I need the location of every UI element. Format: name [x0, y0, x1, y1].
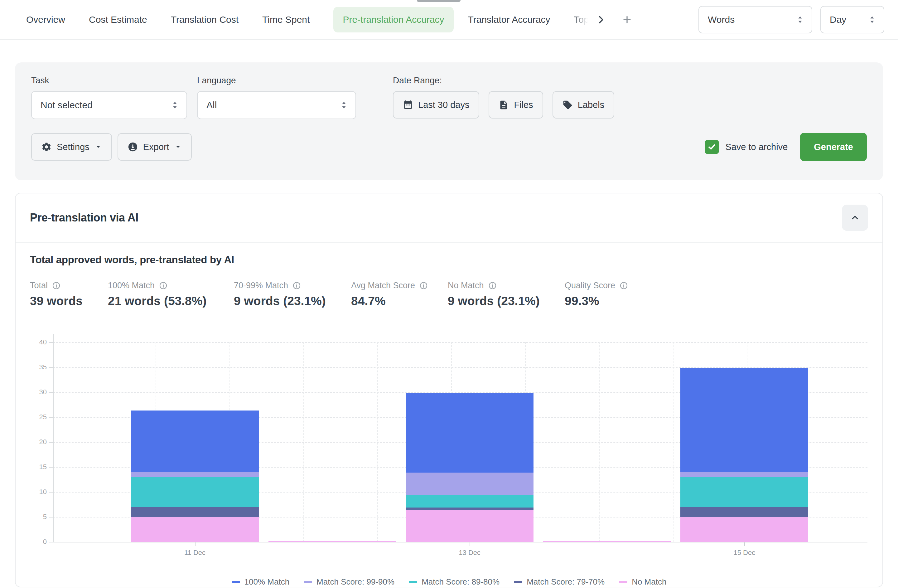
bar-segment-100-match[interactable] — [406, 393, 534, 473]
unfold-caret-icon — [796, 15, 804, 24]
x-axis-tick — [470, 542, 470, 546]
bar-segment-no-match[interactable] — [269, 541, 396, 542]
stats-row: Total 39 words 100% Match 21 words (53.8… — [30, 281, 868, 308]
y-axis-label: 15 — [30, 463, 47, 471]
filter-panel: Task Not selected Language All — [15, 62, 883, 180]
card-header: Pre-translation via AI — [15, 193, 883, 242]
info-icon[interactable] — [488, 282, 497, 290]
language-select[interactable]: All — [197, 91, 356, 119]
bar-segment-match-score-89-80-[interactable] — [680, 477, 808, 507]
date-range-group: Date Range: Last 30 days Files — [393, 75, 614, 119]
legend-item[interactable]: Match Score: 79-70% — [514, 577, 604, 587]
bar-segment-no-match[interactable] — [543, 541, 671, 542]
legend-item[interactable]: No Match — [619, 577, 666, 587]
stat-total: Total 39 words — [30, 281, 108, 308]
legend-label: Match Score: 79-70% — [527, 577, 604, 587]
legend-item[interactable]: 100% Match — [232, 577, 290, 587]
tab-top-overflow[interactable]: Top — [574, 7, 589, 32]
language-filter-label: Language — [197, 75, 356, 85]
download-circle-icon — [128, 142, 138, 152]
y-axis-label: 25 — [30, 413, 47, 421]
info-icon[interactable] — [52, 282, 60, 290]
card-body: Total approved words, pre-translated by … — [15, 243, 883, 587]
legend-marker — [232, 581, 240, 583]
export-button-label: Export — [143, 142, 169, 152]
plus-icon — [622, 14, 632, 25]
tab-overview[interactable]: Overview — [26, 7, 65, 32]
legend-marker — [619, 581, 627, 583]
period-select[interactable]: Day — [820, 6, 884, 33]
bar-segment-100-match[interactable] — [131, 411, 259, 472]
export-button[interactable]: Export — [118, 133, 192, 161]
stat-value: 99.3% — [565, 294, 628, 308]
legend-item[interactable]: Match Score: 99-90% — [304, 577, 394, 587]
stat-quality-score: Quality Score 99.3% — [565, 281, 628, 308]
actions-row: Settings Export — [31, 133, 867, 161]
task-filter-group: Task Not selected — [31, 75, 187, 119]
date-range-button[interactable]: Last 30 days — [393, 91, 479, 119]
date-range-label: Date Range: — [393, 75, 614, 85]
card-title: Pre-translation via AI — [30, 211, 138, 224]
gear-icon — [41, 142, 52, 152]
tab-cost-estimate[interactable]: Cost Estimate — [89, 7, 147, 32]
files-button-label: Files — [514, 100, 533, 110]
info-icon[interactable] — [159, 282, 168, 290]
language-filter-group: Language All — [197, 75, 356, 119]
y-axis-tick — [49, 492, 53, 493]
save-to-archive-label: Save to archive — [725, 142, 787, 152]
bar-segment-match-score-99-90-[interactable] — [406, 473, 534, 495]
add-tab-button[interactable] — [620, 12, 635, 27]
filter-row: Task Not selected Language All — [31, 75, 867, 119]
bar-segment-no-match[interactable] — [406, 510, 534, 542]
generate-button[interactable]: Generate — [800, 133, 867, 161]
cropped-top-element — [417, 0, 461, 2]
info-icon[interactable] — [419, 282, 428, 290]
labels-button-label: Labels — [578, 100, 604, 110]
bar-segment-no-match[interactable] — [131, 517, 259, 542]
bar-segment-no-match[interactable] — [680, 517, 808, 542]
info-icon[interactable] — [292, 282, 301, 290]
settings-button[interactable]: Settings — [31, 133, 112, 161]
stat-label: 70-99% Match — [234, 281, 288, 290]
bar-segment-match-score-89-80-[interactable] — [131, 477, 259, 507]
files-filter-button[interactable]: Files — [489, 91, 543, 119]
tab-translator-accuracy[interactable]: Translator Accuracy — [468, 7, 550, 32]
unit-select-value: Words — [708, 14, 735, 25]
tab-pre-translation-accuracy[interactable]: Pre-translation Accuracy — [333, 7, 454, 32]
collapse-card-button[interactable] — [842, 205, 868, 231]
x-gridline — [599, 342, 600, 542]
y-gridline — [53, 367, 867, 368]
task-select-value: Not selected — [40, 100, 92, 111]
x-gridline — [303, 342, 304, 542]
bar-segment-100-match[interactable] — [680, 368, 808, 472]
save-to-archive-checkbox[interactable] — [705, 140, 719, 154]
x-gridline — [821, 342, 821, 542]
unit-select[interactable]: Words — [698, 6, 812, 33]
calendar-icon — [403, 100, 413, 110]
stat-label: Quality Score — [565, 281, 615, 290]
bar-segment-match-score-79-70-[interactable] — [131, 507, 259, 517]
tabs-scroll-right-button[interactable] — [594, 12, 608, 27]
y-axis-tick — [49, 517, 53, 517]
unfold-caret-icon — [171, 100, 179, 110]
bar-segment-match-score-99-90-[interactable] — [131, 472, 259, 477]
task-select[interactable]: Not selected — [31, 91, 187, 119]
chart-legend: 100% MatchMatch Score: 99-90%Match Score… — [30, 577, 868, 587]
bar-segment-match-score-89-80-[interactable] — [406, 495, 534, 508]
legend-item[interactable]: Match Score: 89-80% — [409, 577, 500, 587]
bar-segment-match-score-79-70-[interactable] — [406, 508, 534, 510]
bar-segment-match-score-99-90-[interactable] — [680, 472, 808, 477]
tab-time-spent[interactable]: Time Spent — [262, 7, 310, 32]
bar-segment-match-score-79-70-[interactable] — [680, 507, 808, 517]
legend-label: 100% Match — [244, 577, 290, 587]
legend-label: Match Score: 99-90% — [317, 577, 394, 587]
legend-marker — [304, 581, 312, 583]
legend-marker — [514, 581, 522, 583]
tab-translation-cost[interactable]: Translation Cost — [171, 7, 238, 32]
x-gridline — [673, 342, 674, 542]
y-axis-label: 0 — [30, 538, 47, 546]
info-icon[interactable] — [620, 282, 628, 290]
y-axis-tick — [49, 392, 53, 393]
stat-avg-match-score: Avg Match Score 84.7% — [351, 281, 448, 308]
labels-filter-button[interactable]: Labels — [552, 91, 614, 119]
